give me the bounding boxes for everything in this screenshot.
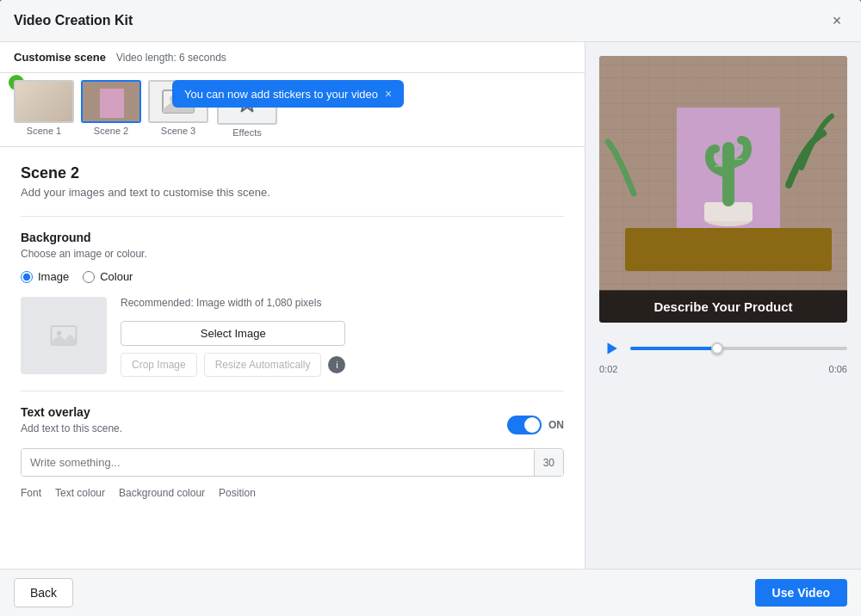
modal-header: Video Creation Kit × <box>0 0 861 42</box>
text-overlay-title: Text overlay <box>21 405 122 419</box>
modal-body: Customise scene Video length: 6 seconds … <box>0 42 861 569</box>
scene-2-item[interactable]: Scene 2 <box>81 80 141 136</box>
time-row: 0:02 0:06 <box>599 364 847 374</box>
playback-controls <box>599 336 847 360</box>
scenes-row: Scene 1 Scene 2 <box>0 73 585 147</box>
image-radio[interactable] <box>21 271 33 283</box>
playback-bar: 0:02 0:06 <box>599 333 847 378</box>
text-overlay-desc: Add text to this scene. <box>21 422 122 434</box>
divider-2 <box>21 391 564 391</box>
text-colour-label: Text colour <box>55 487 105 499</box>
font-label: Font <box>21 487 41 499</box>
customise-label: Customise scene <box>14 51 106 64</box>
svg-rect-4 <box>625 228 832 271</box>
image-radio-text: Image <box>38 270 69 283</box>
text-input-row: 30 <box>21 448 564 477</box>
background-colour-label: Background colour <box>119 487 205 499</box>
progress-fill <box>630 347 717 350</box>
tooltip-text: You can now add stickers to your video <box>184 88 378 101</box>
text-overlay-header: Text overlay Add text to this scene. ON <box>21 405 564 445</box>
scene-1-thumbnail <box>14 80 74 123</box>
close-button[interactable]: × <box>827 10 847 31</box>
tooltip-close-button[interactable]: × <box>385 87 392 101</box>
back-button[interactable]: Back <box>14 578 73 607</box>
background-title: Background <box>21 231 564 244</box>
video-length: Video length: 6 seconds <box>116 52 226 64</box>
text-overlay-toggle[interactable] <box>507 416 542 434</box>
scene-title: Scene 2 <box>21 164 564 182</box>
background-section: Background Choose an image or colour. Im… <box>21 231 564 377</box>
text-overlay-input[interactable] <box>22 449 534 476</box>
left-panel: Customise scene Video length: 6 seconds … <box>0 42 585 569</box>
play-button[interactable] <box>599 336 623 360</box>
cactus-scene: Describe Your Product <box>599 56 847 323</box>
toggle-on-label: ON <box>548 419 564 431</box>
scene-2-thumbnail <box>81 80 141 123</box>
position-col: Position <box>219 487 256 502</box>
crop-image-button[interactable]: Crop Image <box>121 353 197 377</box>
preview-svg <box>599 56 847 323</box>
background-radio-group: Image Colour <box>21 270 564 283</box>
toggle-row: ON <box>507 416 564 434</box>
select-image-button[interactable]: Select Image <box>121 321 345 346</box>
colour-radio-label[interactable]: Colour <box>83 270 133 283</box>
scene-content: Scene 2 Add your images and text to cust… <box>0 147 585 569</box>
play-icon <box>604 341 619 356</box>
text-colour-col: Text colour <box>55 487 105 502</box>
use-video-button[interactable]: Use Video <box>755 579 847 607</box>
bg-colour-col: Background colour <box>119 487 205 502</box>
crop-resize-row: Crop Image Resize Automatically i <box>121 353 345 377</box>
right-panel: Describe Your Product <box>585 42 861 569</box>
video-overlay-text: Describe Your Product <box>599 291 847 323</box>
time-total: 0:06 <box>829 364 847 374</box>
image-controls: Recommended: Image width of 1,080 pixels… <box>121 297 345 377</box>
scene-1-label: Scene 1 <box>27 126 61 136</box>
image-row: Recommended: Image width of 1,080 pixels… <box>21 297 564 377</box>
font-row: Font Text colour Background colour Posit… <box>21 487 564 502</box>
scene-1-thumb-bg <box>15 82 72 121</box>
progress-knob[interactable] <box>711 342 723 354</box>
colour-radio[interactable] <box>83 271 95 283</box>
scene-2-label: Scene 2 <box>94 126 128 136</box>
scene-2-thumb-bg <box>83 82 139 121</box>
scene-3-label: Scene 3 <box>161 126 195 136</box>
customise-bar: Customise scene Video length: 6 seconds <box>0 42 585 73</box>
text-overlay-left: Text overlay Add text to this scene. <box>21 405 122 445</box>
toggle-knob <box>524 417 540 433</box>
background-desc: Choose an image or colour. <box>21 248 564 260</box>
image-radio-label[interactable]: Image <box>21 270 69 283</box>
svg-marker-14 <box>608 342 617 354</box>
text-overlay-section: Text overlay Add text to this scene. ON <box>21 405 564 502</box>
info-icon[interactable]: i <box>328 356 345 373</box>
resize-auto-button[interactable]: Resize Automatically <box>204 353 322 377</box>
recommended-text: Recommended: Image width of 1,080 pixels <box>121 297 345 309</box>
svg-point-3 <box>57 331 61 336</box>
font-col: Font <box>21 487 41 502</box>
video-creation-modal: Video Creation Kit × Customise scene Vid… <box>0 0 861 616</box>
effects-label: Effects <box>232 127 261 138</box>
modal-title: Video Creation Kit <box>14 13 133 28</box>
scene-description: Add your images and text to customise th… <box>21 186 564 199</box>
divider-1 <box>21 216 564 217</box>
position-label: Position <box>219 487 256 499</box>
progress-bar[interactable] <box>630 347 847 350</box>
image-placeholder-icon <box>48 320 79 351</box>
tooltip-bubble: You can now add stickers to your video × <box>172 80 404 108</box>
char-count: 30 <box>534 450 563 476</box>
scene-2-pink-square <box>100 89 124 118</box>
video-preview: Describe Your Product <box>599 56 847 323</box>
modal-footer: Back Use Video <box>0 569 861 616</box>
colour-radio-text: Colour <box>100 270 133 283</box>
time-current: 0:02 <box>599 364 617 374</box>
scene-1-item[interactable]: Scene 1 <box>14 80 74 136</box>
image-placeholder <box>21 297 107 374</box>
